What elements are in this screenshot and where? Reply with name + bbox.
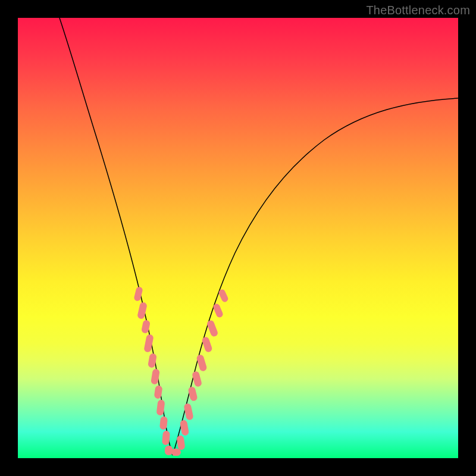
- plot-area: [18, 18, 458, 458]
- curve-right-branch: [173, 98, 458, 455]
- watermark-text: TheBottleneck.com: [366, 4, 470, 17]
- curve-layer: [18, 18, 458, 458]
- chart-container: TheBottleneck.com: [0, 0, 476, 476]
